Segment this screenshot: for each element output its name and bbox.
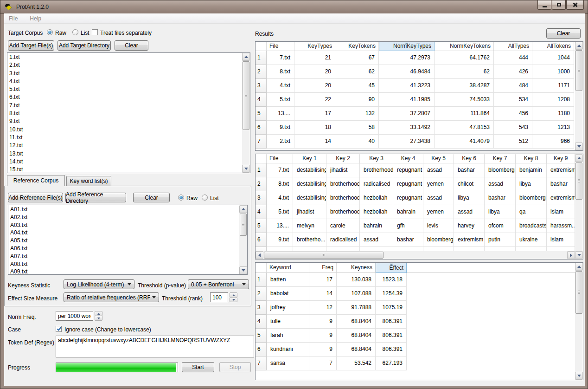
scroll-right-button[interactable] (567, 251, 575, 259)
table-row[interactable]: 28.txtdestabilisingbrotherhoodradicalise… (256, 177, 575, 191)
list-item[interactable]: 9.txt (9, 117, 242, 125)
list-item[interactable]: 1.txt (9, 53, 242, 61)
target-raw-radio[interactable] (47, 29, 53, 35)
list-item[interactable]: 15.txt (9, 166, 242, 173)
scroll-thumb[interactable] (575, 50, 582, 91)
keyness-statistic-select[interactable]: Log Likelihood (4-term) (64, 279, 134, 289)
target-list-scrollbar[interactable] (242, 53, 250, 173)
threshold-rank-input[interactable] (210, 292, 228, 302)
menu-file[interactable]: File (8, 14, 22, 23)
maximize-button[interactable] (552, 0, 566, 10)
spin-down-button[interactable] (95, 316, 102, 321)
scroll-down-button[interactable] (239, 266, 247, 274)
column-header[interactable]: Key 9 (547, 154, 575, 163)
scroll-thumb[interactable] (575, 162, 582, 200)
list-item[interactable]: A03.txt (10, 221, 239, 229)
keys-table-scrollbar[interactable] (575, 154, 583, 259)
table-row[interactable]: 2babolat14107.0881254.39 (256, 287, 575, 301)
treat-files-separately-checkbox[interactable] (92, 29, 98, 35)
results-files-table[interactable]: FileKeyTypesKeyTokensNormKeyTypesNormKey… (255, 41, 583, 151)
table-row[interactable]: 3joffrey1291.78881075.19 (256, 301, 575, 315)
list-item[interactable]: A01.txt (10, 206, 239, 214)
table-row[interactable]: 69.txt185833.149247.81535431213 (256, 121, 575, 135)
list-item[interactable]: 14.txt (9, 158, 242, 166)
reference-list-radio[interactable] (202, 194, 208, 201)
menu-help[interactable]: Help (29, 14, 46, 23)
reference-list-label[interactable]: List (210, 195, 219, 201)
table-row[interactable]: 513....melvyncarolebahraingfhlevisharvey… (256, 219, 575, 233)
column-header[interactable]: Key 5 (423, 154, 454, 163)
list-item[interactable]: 7.txt (9, 102, 242, 110)
list-item[interactable]: 12.txt (9, 142, 242, 149)
add-target-files-button[interactable]: Add Target File(s) (8, 40, 54, 51)
column-header[interactable]: Key 3 (360, 154, 393, 163)
table-row[interactable]: 28.txt206246.9484624261000 (256, 65, 575, 79)
column-header[interactable]: Key 8 (516, 154, 547, 163)
scroll-up-button[interactable] (239, 205, 247, 213)
column-header[interactable]: Key 4 (393, 154, 423, 163)
list-item[interactable]: A09.txt (10, 268, 239, 274)
files-table-scrollbar[interactable] (575, 42, 583, 150)
target-raw-label[interactable]: Raw (55, 30, 66, 36)
reference-raw-label[interactable]: Raw (186, 195, 198, 201)
table-row[interactable]: 72.txt144027.343841.4079512966 (256, 135, 575, 149)
column-header[interactable]: NormKeyTypes (379, 42, 435, 51)
table-row[interactable]: 1batten17130.0381523.18 (256, 273, 575, 287)
list-item[interactable]: A08.txt (10, 260, 239, 268)
column-header[interactable]: NormKeyTokens (435, 42, 494, 51)
target-list-label[interactable]: List (81, 30, 89, 36)
list-item[interactable]: A06.txt (10, 245, 239, 253)
table-row[interactable]: 34.txt204541.322338.42874841171 (256, 79, 575, 93)
table-row[interactable]: 17.txtdestabilisingjihadistbrotherhoodre… (256, 163, 575, 177)
column-header[interactable]: AllTypes (494, 42, 532, 51)
list-item[interactable]: 13.txt (9, 150, 242, 158)
column-header[interactable]: Key 6 (454, 154, 485, 163)
add-reference-files-button[interactable]: Add Reference File(s) (8, 193, 63, 202)
threshold-pvalue-select[interactable]: 0.05 + Bonferroni (188, 279, 249, 289)
column-header[interactable]: Keyness (337, 263, 376, 273)
table-row[interactable]: 72.txtdestabilisingjihadist (256, 247, 575, 251)
spin-down-button[interactable] (230, 297, 237, 302)
tab-keyword-lists[interactable]: Key word list(s) (66, 176, 111, 186)
scroll-thumb[interactable] (264, 252, 383, 259)
norm-freq-input[interactable] (56, 311, 93, 321)
target-list-radio[interactable] (72, 29, 78, 35)
list-item[interactable]: A02.txt (10, 214, 239, 221)
clear-reference-button[interactable]: Clear (133, 193, 170, 202)
list-item[interactable]: 8.txt (9, 110, 242, 117)
scroll-down-button[interactable] (575, 251, 583, 259)
reference-raw-radio[interactable] (178, 194, 184, 201)
list-item[interactable]: 2.txt (9, 61, 242, 69)
scroll-thumb[interactable] (240, 214, 247, 236)
norm-freq-spinner[interactable] (95, 311, 102, 321)
scroll-up-button[interactable] (575, 154, 583, 162)
column-header[interactable]: Freq (309, 263, 337, 273)
scroll-up-button[interactable] (575, 263, 583, 271)
table-row[interactable]: 4tulle968.8404806.391 (256, 315, 575, 329)
table-row[interactable]: 6kundnani968.8404806.391 (256, 343, 575, 357)
table-row[interactable]: 69.txtbrotherho...radicalisedassadbashar… (256, 233, 575, 247)
keys-table-hscrollbar[interactable] (256, 251, 575, 259)
results-keywords-table[interactable]: KeywordFreqKeynessEffect 1batten17130.03… (255, 262, 583, 380)
close-button[interactable] (566, 0, 584, 10)
clear-target-button[interactable]: Clear (115, 40, 148, 51)
list-item[interactable]: 5.txt (9, 85, 242, 93)
add-target-directory-button[interactable]: Add Target Directory (58, 40, 111, 51)
table-row[interactable]: 45.txt229041.198574.50335341208 (256, 93, 575, 107)
scroll-left-button[interactable] (256, 251, 263, 259)
list-item[interactable]: A04.txt (10, 229, 239, 237)
threshold-rank-spinner[interactable] (230, 292, 237, 302)
results-keys-table[interactable]: FileKey 1Key 2Key 3Key 4Key 5Key 6Key 7K… (255, 154, 583, 259)
table-row[interactable]: 7sansa753.542627.193 (256, 357, 575, 370)
column-header[interactable]: Key 7 (485, 154, 516, 163)
column-header[interactable]: KeyTypes (294, 42, 335, 51)
effect-size-select[interactable]: Ratio of relative frequencies (RRF) (64, 292, 159, 302)
reference-list-scrollbar[interactable] (239, 205, 247, 274)
table-row[interactable]: 513....1713237.2807111.8644561180 (256, 107, 575, 121)
ignore-case-label[interactable]: Ignore case (Change to lowercase) (64, 326, 151, 333)
list-item[interactable]: 6.txt (9, 93, 242, 101)
column-header[interactable]: File (267, 154, 293, 163)
scroll-up-button[interactable] (242, 53, 250, 61)
table-row[interactable]: 45.txtjihadistbrotherhoodhezbollahbahrai… (256, 205, 575, 219)
list-item[interactable]: 11.txt (9, 134, 242, 142)
